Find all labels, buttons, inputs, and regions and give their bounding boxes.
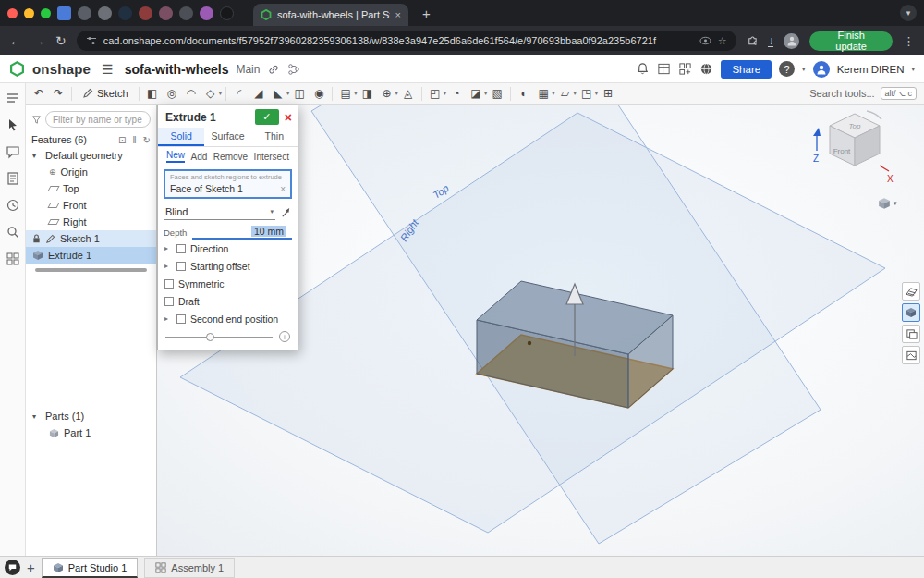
apps-panel-icon[interactable] <box>6 252 20 266</box>
frame-menu-chevron-icon[interactable]: ▾ <box>595 90 598 97</box>
symmetric-option[interactable]: Symmetric <box>158 275 298 292</box>
measure-tool-icon[interactable]: ◐ <box>515 85 533 103</box>
pinned-tab-icon[interactable] <box>200 6 213 20</box>
boolean-menu-chevron-icon[interactable]: ▾ <box>395 90 397 97</box>
help-bubble-icon[interactable] <box>5 560 20 575</box>
add-tab-button[interactable]: + <box>27 560 35 575</box>
reload-button[interactable]: ↻ <box>55 33 67 48</box>
comment-icon[interactable] <box>6 144 20 159</box>
link-icon[interactable] <box>267 63 280 76</box>
draft-checkbox[interactable] <box>164 297 174 306</box>
undo-icon[interactable]: ↶ <box>30 85 48 103</box>
offset-surface-tool-icon[interactable]: ▧ <box>488 85 506 103</box>
history-icon[interactable] <box>6 198 20 213</box>
expand-chevron-icon[interactable]: ▸ <box>164 262 172 270</box>
share-button[interactable]: Share <box>721 60 772 79</box>
search-panel-icon[interactable] <box>6 225 20 240</box>
op-new[interactable]: New <box>166 150 185 163</box>
surface-menu-chevron-icon[interactable]: ▾ <box>484 90 487 97</box>
tab-surface[interactable]: Surface <box>204 128 250 146</box>
tab-part-studio-1[interactable]: Part Studio 1 <box>42 558 139 578</box>
info-icon[interactable]: i <box>279 331 290 342</box>
bookmark-star-icon[interactable]: ☆ <box>718 35 727 47</box>
loft-menu-chevron-icon[interactable]: ▾ <box>219 90 222 97</box>
expand-chevron-icon[interactable]: ▸ <box>164 244 172 252</box>
revolve-tool-icon[interactable]: ◎ <box>163 85 181 103</box>
tab-close-icon[interactable]: × <box>395 9 401 20</box>
tab-search-chevron-icon[interactable]: ▾ <box>900 5 917 21</box>
analysis-menu-chevron-icon[interactable]: ▾ <box>552 90 554 97</box>
collapse-chevron-icon[interactable]: ▾ <box>32 412 41 421</box>
draft-menu-chevron-icon[interactable]: ▾ <box>286 90 289 97</box>
forward-button[interactable]: → <box>32 33 45 48</box>
tree-item-part-1[interactable]: Part 1 <box>26 424 156 441</box>
sheet-metal-tool-icon[interactable]: ▱ <box>556 85 575 103</box>
tree-item-sketch-1[interactable]: Sketch 1 <box>26 230 156 247</box>
direction-checkbox[interactable] <box>176 244 186 253</box>
spreadsheet-icon[interactable] <box>657 62 671 76</box>
tree-item-right-plane[interactable]: Right <box>26 214 156 230</box>
rollback-history-icon[interactable]: ↻ <box>143 135 151 145</box>
tab-assembly-1[interactable]: Assembly 1 <box>144 558 235 578</box>
pinned-tab-icon[interactable] <box>57 6 71 20</box>
op-remove[interactable]: Remove <box>213 152 248 162</box>
window-minimize-button[interactable] <box>24 8 34 18</box>
chamfer-tool-icon[interactable]: ◢ <box>249 85 268 103</box>
extrude-tool-icon[interactable]: ◧ <box>143 85 162 103</box>
site-info-icon[interactable] <box>86 35 97 46</box>
opacity-slider[interactable] <box>165 337 273 338</box>
finish-update-button[interactable]: Finish update <box>809 31 893 51</box>
pinned-tab-icon[interactable] <box>139 6 152 20</box>
selection-field[interactable]: Faces and sketch regions to extrude Face… <box>164 169 292 199</box>
display-modes-button[interactable] <box>902 325 920 343</box>
transform-tool-icon[interactable]: ◰ <box>426 85 444 103</box>
download-icon[interactable]: ↓ <box>768 35 773 47</box>
selection-chip[interactable]: Face of Sketch 1 <box>170 183 280 194</box>
view-options-button[interactable]: ▾ <box>878 197 897 210</box>
pinned-tab-icon[interactable] <box>220 6 234 20</box>
direction-option[interactable]: ▸ Direction <box>158 240 298 257</box>
mirror-tool-icon[interactable]: ◨ <box>358 85 376 103</box>
help-chevron-icon[interactable]: ▾ <box>802 66 806 73</box>
op-intersect[interactable]: Intersect <box>254 152 289 162</box>
view-options-chevron-icon[interactable]: ▾ <box>894 200 897 207</box>
collapse-chevron-icon[interactable]: ▾ <box>32 152 41 160</box>
tree-item-top-plane[interactable]: Top <box>26 180 156 197</box>
pinned-tab-icon[interactable] <box>98 6 112 20</box>
starting-offset-checkbox[interactable] <box>176 262 186 271</box>
appearance-button[interactable] <box>902 346 920 364</box>
sketch-button[interactable]: Sketch <box>76 85 135 103</box>
draft-tool-icon[interactable]: ◣ <box>269 85 287 103</box>
end-condition-dropdown[interactable]: Blind ▾ <box>164 205 275 220</box>
second-end-checkbox[interactable] <box>176 314 186 324</box>
user-avatar[interactable] <box>813 61 830 78</box>
pinned-tab-icon[interactable] <box>179 6 193 20</box>
feature-list-icon[interactable] <box>6 91 20 105</box>
back-button[interactable]: ← <box>9 33 22 48</box>
select-cursor-icon[interactable] <box>6 117 20 132</box>
fillet-tool-icon[interactable]: ◜ <box>230 85 249 103</box>
filter-input[interactable] <box>45 111 151 128</box>
globe-icon[interactable] <box>699 62 713 76</box>
sheet-metal-menu-chevron-icon[interactable]: ▾ <box>574 90 577 97</box>
notes-icon[interactable] <box>6 171 20 186</box>
pinned-tab-icon[interactable] <box>78 6 91 20</box>
apps-grid-icon[interactable] <box>678 62 692 76</box>
pinned-tab-icon[interactable] <box>159 6 173 20</box>
rollback-bar[interactable] <box>35 268 147 272</box>
cancel-button[interactable]: × <box>285 111 292 124</box>
workspace-name[interactable]: Main <box>236 63 260 76</box>
document-menu-icon[interactable]: ☰ <box>102 62 114 77</box>
document-title[interactable]: sofa-with-wheels <box>125 62 229 77</box>
sketch-vertex-dot[interactable] <box>528 341 531 345</box>
view-cube[interactable]: Top Front Z X ▾ <box>809 108 911 217</box>
custom-feature-tool-icon[interactable]: ⊞ <box>599 85 617 103</box>
rotate-arrow-icon[interactable] <box>867 111 881 119</box>
second-end-option[interactable]: ▸ Second end position <box>158 310 298 327</box>
tab-thin[interactable]: Thin <box>251 128 298 146</box>
named-views-button[interactable] <box>902 303 920 322</box>
url-field[interactable]: cad.onshape.com/documents/f57952f7396028… <box>77 31 736 51</box>
extensions-icon[interactable] <box>747 35 759 47</box>
slider-knob[interactable] <box>206 333 214 341</box>
symmetric-checkbox[interactable] <box>164 279 174 289</box>
